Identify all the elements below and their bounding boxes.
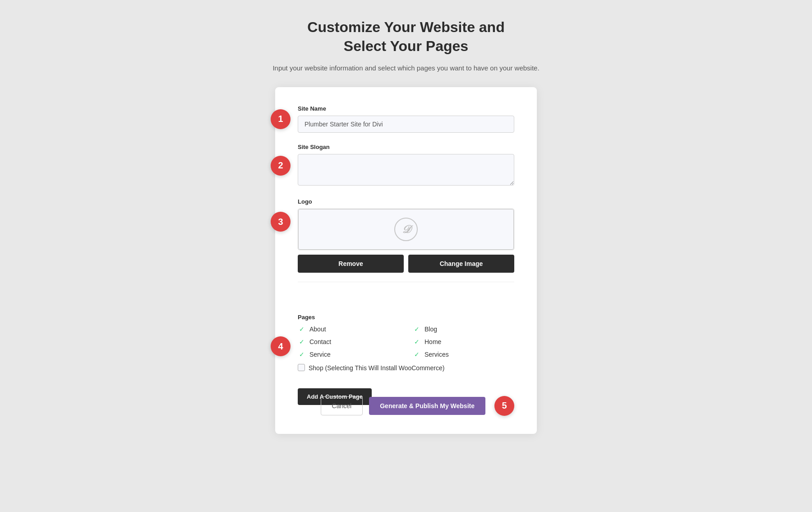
page-contact-label: Contact <box>309 338 331 345</box>
step-3-badge: 3 <box>271 212 291 232</box>
check-blog-icon: ✓ <box>413 325 421 333</box>
page-home-label: Home <box>424 338 441 345</box>
step-4-badge: 4 <box>271 336 291 356</box>
page-shop[interactable]: Shop (Selecting This Will Install WooCom… <box>298 364 514 373</box>
page-title: Customize Your Website and Select Your P… <box>272 18 539 56</box>
shop-checkbox[interactable] <box>298 364 305 371</box>
page-shop-label: Shop (Selecting This Will Install WooCom… <box>309 364 444 373</box>
step-2-badge: 2 <box>271 156 291 176</box>
page-services-label: Services <box>424 351 449 358</box>
check-services-icon: ✓ <box>413 350 421 358</box>
generate-publish-button[interactable]: Generate & Publish My Website <box>369 397 485 415</box>
check-home-icon: ✓ <box>413 338 421 346</box>
logo-label: Logo <box>298 198 514 205</box>
form-footer: Cancel Generate & Publish My Website 5 <box>298 396 514 416</box>
remove-button[interactable]: Remove <box>298 255 404 273</box>
page-about[interactable]: ✓ About <box>298 325 399 333</box>
pages-label: Pages <box>298 314 514 321</box>
check-service-icon: ✓ <box>298 350 306 358</box>
step-3-wrapper: 3 Logo 𝒟 Remove Change Image <box>298 198 514 273</box>
divi-logo-icon: 𝒟 <box>394 218 418 241</box>
cancel-button[interactable]: Cancel <box>321 396 363 415</box>
page-services[interactable]: ✓ Services <box>413 350 514 358</box>
step-1-badge: 1 <box>271 109 291 129</box>
site-slogan-input[interactable] <box>298 154 514 186</box>
page-header: Customize Your Website and Select Your P… <box>272 18 539 74</box>
logo-area-wrapper: 𝒟 <box>298 209 514 250</box>
form-card: 1 Site Name 2 Site Slogan 3 Logo 𝒟 Remov… <box>275 87 537 434</box>
site-slogan-label: Site Slogan <box>298 144 514 150</box>
step-2-wrapper: 2 Site Slogan <box>298 144 514 187</box>
step-5-badge: 5 <box>494 396 514 416</box>
change-image-button[interactable]: Change Image <box>408 255 514 273</box>
site-name-label: Site Name <box>298 105 514 112</box>
divider <box>298 282 514 282</box>
check-contact-icon: ✓ <box>298 338 306 346</box>
page-service-label: Service <box>309 351 331 358</box>
page-subtitle: Input your website information and selec… <box>272 63 539 74</box>
page-contact[interactable]: ✓ Contact <box>298 338 399 346</box>
logo-box: 𝒟 <box>298 209 514 250</box>
step-4-wrapper: 4 Pages ✓ About ✓ Blog ✓ Contact ✓ <box>298 314 514 405</box>
page-blog-label: Blog <box>424 326 437 333</box>
page-about-label: About <box>309 326 326 333</box>
page-service[interactable]: ✓ Service <box>298 350 399 358</box>
check-about-icon: ✓ <box>298 325 306 333</box>
page-blog[interactable]: ✓ Blog <box>413 325 514 333</box>
page-home[interactable]: ✓ Home <box>413 338 514 346</box>
pages-section: Pages ✓ About ✓ Blog ✓ Contact ✓ Home <box>298 314 514 373</box>
step-1-wrapper: 1 Site Name <box>298 105 514 133</box>
site-name-input[interactable] <box>298 116 514 133</box>
logo-buttons: Remove Change Image <box>298 255 514 273</box>
pages-grid: ✓ About ✓ Blog ✓ Contact ✓ Home ✓ Serv <box>298 325 514 358</box>
